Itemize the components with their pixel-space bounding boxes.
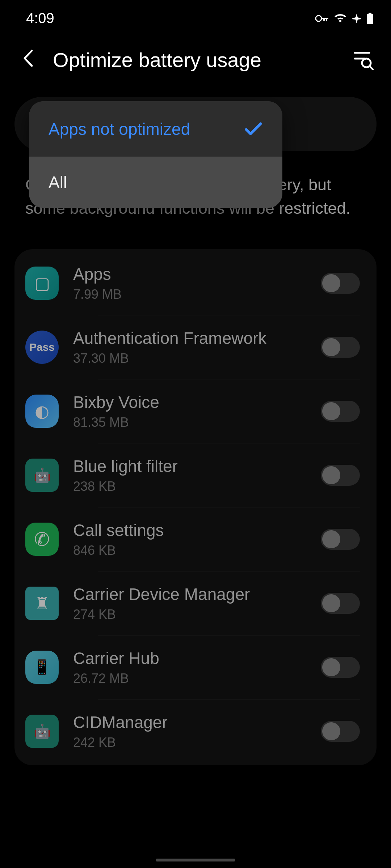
app-icon: 🤖	[25, 715, 59, 748]
status-icons	[315, 13, 374, 24]
dropdown-option-label: Apps not optimized	[49, 119, 190, 139]
back-button[interactable]	[22, 48, 35, 72]
app-size-label: 26.72 MB	[73, 671, 306, 686]
app-icon: ▢	[25, 267, 59, 300]
optimize-toggle[interactable]	[321, 657, 360, 678]
optimize-toggle[interactable]	[321, 529, 360, 550]
dropdown-option-all[interactable]: All	[29, 157, 282, 208]
app-name-label: Bixby Voice	[73, 392, 306, 412]
dropdown-option-not-optimized[interactable]: Apps not optimized	[29, 101, 282, 157]
svg-point-0	[316, 16, 321, 21]
app-icon: ◐	[25, 395, 59, 428]
app-header: Optimize battery usage	[0, 34, 391, 90]
list-item[interactable]: 🤖 Blue light filter 238 KB	[14, 443, 377, 507]
app-icon: ✆	[25, 523, 59, 556]
app-name-label: Apps	[73, 264, 306, 284]
list-item[interactable]: ✆ Call settings 846 KB	[14, 507, 377, 571]
list-item[interactable]: ◐ Bixby Voice 81.35 MB	[14, 379, 377, 443]
app-icon: ♜	[25, 587, 59, 620]
airplane-icon	[351, 13, 362, 24]
list-item[interactable]: ♜ Carrier Device Manager 274 KB	[14, 571, 377, 635]
app-icon: Pass	[25, 331, 59, 364]
filter-dropdown: Apps not optimized All	[29, 101, 282, 208]
app-size-label: 846 KB	[73, 543, 306, 558]
app-icon: 📱	[25, 651, 59, 684]
svg-rect-3	[323, 18, 325, 21]
optimize-toggle[interactable]	[321, 337, 360, 358]
app-list: ▢ Apps 7.99 MB Pass Authentication Frame…	[14, 249, 377, 765]
optimize-toggle[interactable]	[321, 593, 360, 614]
list-item[interactable]: 🤖 CIDManager 242 KB	[14, 699, 377, 763]
app-name-label: Carrier Hub	[73, 648, 306, 668]
svg-rect-4	[369, 13, 371, 14]
app-size-label: 7.99 MB	[73, 287, 306, 302]
list-item[interactable]: Pass Authentication Framework 37.30 MB	[14, 315, 377, 379]
app-name-label: Call settings	[73, 520, 306, 540]
optimize-toggle[interactable]	[321, 721, 360, 742]
svg-rect-2	[326, 18, 327, 21]
home-indicator[interactable]	[156, 859, 235, 861]
wifi-icon	[334, 13, 347, 24]
app-name-label: Blue light filter	[73, 456, 306, 476]
optimize-toggle[interactable]	[321, 273, 360, 294]
search-button[interactable]	[353, 50, 374, 70]
status-bar: 4:09	[0, 0, 391, 34]
dropdown-option-label: All	[49, 173, 67, 192]
page-title: Optimize battery usage	[53, 48, 335, 72]
check-icon	[244, 117, 263, 141]
app-size-label: 37.30 MB	[73, 351, 306, 366]
svg-rect-5	[367, 14, 373, 24]
svg-line-9	[370, 67, 373, 69]
list-item[interactable]: 📱 Carrier Hub 26.72 MB	[14, 635, 377, 699]
app-name-label: Authentication Framework	[73, 328, 306, 348]
optimize-toggle[interactable]	[321, 465, 360, 486]
app-size-label: 81.35 MB	[73, 415, 306, 430]
status-time: 4:09	[26, 10, 54, 26]
app-name-label: Carrier Device Manager	[73, 584, 306, 604]
app-name-label: CIDManager	[73, 712, 306, 732]
optimize-toggle[interactable]	[321, 401, 360, 422]
app-size-label: 238 KB	[73, 479, 306, 494]
app-icon: 🤖	[25, 459, 59, 492]
battery-icon	[366, 13, 374, 24]
app-size-label: 274 KB	[73, 607, 306, 622]
vpn-key-icon	[315, 14, 329, 23]
list-item[interactable]: ▢ Apps 7.99 MB	[14, 251, 377, 315]
app-size-label: 242 KB	[73, 735, 306, 750]
